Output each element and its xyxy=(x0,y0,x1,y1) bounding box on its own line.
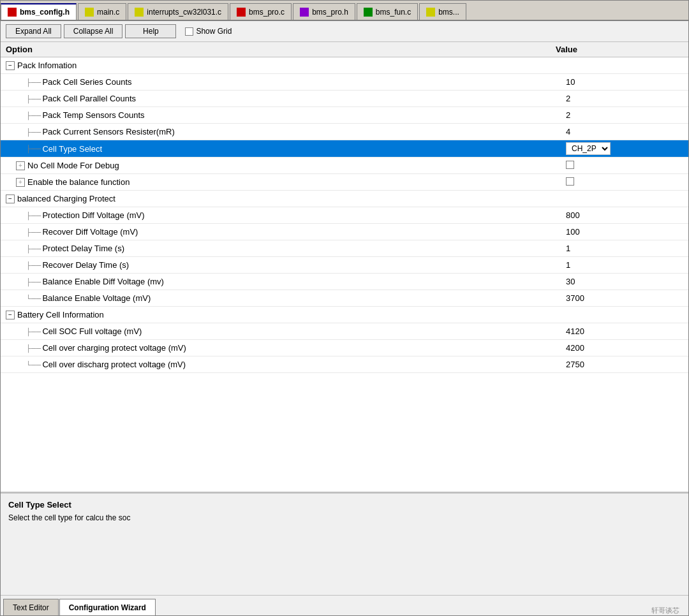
value-pack-temp-sensors: 2 xyxy=(561,108,688,122)
row-cell-over-discharg[interactable]: └── Cell over discharg protect voltage (… xyxy=(1,356,688,373)
row-pack-cell-parallel[interactable]: ├── Pack Cell Parallel Counts 2 xyxy=(1,91,688,107)
bottom-tab-text-editor[interactable]: Text Editor xyxy=(3,599,59,615)
table-header: Option Value xyxy=(1,42,688,57)
option-cell-over-discharg: └── Cell over discharg protect voltage (… xyxy=(1,358,561,371)
option-recover-delay-time: ├── Recover Delay Time (s) xyxy=(1,258,561,272)
label-protect-delay-time: Protect Delay Time (s) xyxy=(42,244,124,253)
tab-bms-extra[interactable]: bms... xyxy=(419,3,466,20)
show-grid-checkbox[interactable] xyxy=(185,27,193,36)
tree-line-over-dis: └── xyxy=(26,361,41,369)
bottom-tab-bar: Text Editor Configuration Wizard 轩哥谈芯 xyxy=(1,595,688,615)
tree-line-rec-delay: ├── xyxy=(26,261,41,269)
label-cell-over-discharg: Cell over discharg protect voltage (mV) xyxy=(42,360,186,369)
option-no-cell-mode: + No Cell Mode For Debug xyxy=(1,159,561,172)
col-header-value: Value xyxy=(556,45,683,54)
tab-icon-bms-pro-h xyxy=(300,8,309,17)
section-battery-cell-info[interactable]: − Battery Cell Information xyxy=(1,307,688,323)
value-pack-current-sensor: 4 xyxy=(561,125,688,138)
option-balance-enable-diff: ├── Balance Enable Diff Voltage (mv) xyxy=(1,275,561,288)
row-enable-balance[interactable]: + Enable the balance function xyxy=(1,174,688,191)
option-cell-soc-full: ├── Cell SOC Full voltage (mV) xyxy=(1,325,561,338)
row-cell-over-charging[interactable]: ├── Cell over charging protect voltage (… xyxy=(1,340,688,356)
value-enable-balance[interactable] xyxy=(561,175,688,189)
label-pack-cell-series: Pack Cell Series Counts xyxy=(42,77,131,87)
col-header-option: Option xyxy=(6,45,556,54)
expand-icon-balanced[interactable]: − xyxy=(6,194,15,203)
description-text: Select the cell type for calcu the soc xyxy=(8,513,681,522)
tab-bms-config[interactable]: bms_config.h xyxy=(1,3,77,20)
tab-label-main-c: main.c xyxy=(97,8,119,17)
label-pack-cell-parallel: Pack Cell Parallel Counts xyxy=(42,94,136,103)
row-cell-type-select[interactable]: ├── Cell Type Select CH_2P CH_1P LFP xyxy=(1,140,688,158)
tab-bms-fun-c[interactable]: bms_fun.c xyxy=(357,3,418,20)
label-cell-soc-full: Cell SOC Full voltage (mV) xyxy=(42,326,142,336)
tree-line-temp: ├── xyxy=(26,112,41,119)
expand-icon-no-cell[interactable]: + xyxy=(16,161,25,170)
tab-label-bms-pro-c: bms_pro.c xyxy=(249,8,285,17)
no-cell-mode-checkbox[interactable] xyxy=(566,161,574,169)
tab-main-c[interactable]: main.c xyxy=(78,3,126,20)
value-no-cell-mode[interactable] xyxy=(561,159,688,173)
row-recover-delay-time[interactable]: ├── Recover Delay Time (s) 1 xyxy=(1,257,688,274)
tab-icon-interrupts xyxy=(135,8,144,17)
tree-line-current: ├── xyxy=(26,128,41,136)
help-button[interactable]: Help xyxy=(125,24,176,38)
row-pack-cell-series[interactable]: ├── Pack Cell Series Counts 10 xyxy=(1,74,688,91)
row-protection-diff-voltage[interactable]: ├── Protection Diff Voltage (mV) 800 xyxy=(1,207,688,224)
label-balance-enable-diff: Balance Enable Diff Voltage (mv) xyxy=(42,277,164,286)
tree-line-bal-diff: ├── xyxy=(26,278,41,286)
expand-icon-pack-info[interactable]: − xyxy=(6,61,15,70)
value-pack-cell-series: 10 xyxy=(561,75,688,89)
row-balance-enable-voltage[interactable]: └── Balance Enable Voltage (mV) 3700 xyxy=(1,290,688,307)
tree-line-rec-diff: ├── xyxy=(26,228,41,236)
row-pack-temp-sensors[interactable]: ├── Pack Temp Sensors Counts 2 xyxy=(1,107,688,124)
cell-type-dropdown[interactable]: CH_2P CH_1P LFP xyxy=(566,142,611,155)
toolbar: Expand All Collapse All Help Show Grid xyxy=(1,21,688,42)
tab-label-bms-fun-c: bms_fun.c xyxy=(376,8,411,17)
watermark-text: 轩哥谈芯 xyxy=(651,606,679,615)
expand-icon-balance[interactable]: + xyxy=(16,178,25,187)
value-cell-soc-full: 4120 xyxy=(561,325,688,338)
row-cell-soc-full[interactable]: ├── Cell SOC Full voltage (mV) 4120 xyxy=(1,323,688,340)
tab-interrupts[interactable]: interrupts_cw32l031.c xyxy=(128,3,228,20)
bottom-tab-config-wizard[interactable]: Configuration Wizard xyxy=(59,599,156,615)
label-balance-enable-voltage: Balance Enable Voltage (mV) xyxy=(42,293,151,303)
label-recover-delay-time: Recover Delay Time (s) xyxy=(42,260,129,270)
row-pack-current-sensor[interactable]: ├── Pack Current Sensors Resister(mR) 4 xyxy=(1,124,688,140)
section-label-pack-information: Pack Infomation xyxy=(17,61,77,70)
expand-icon-battery-cell[interactable]: − xyxy=(6,311,15,319)
section-balanced-charging[interactable]: − balanced Charging Protect xyxy=(1,191,688,207)
label-enable-balance: Enable the balance function xyxy=(27,177,130,187)
expand-all-button[interactable]: Expand All xyxy=(6,24,61,38)
tree-line-prot-diff: ├── xyxy=(26,212,41,219)
tab-bar: bms_config.h main.c interrupts_cw32l031.… xyxy=(1,1,688,21)
enable-balance-checkbox[interactable] xyxy=(566,177,574,186)
row-protect-delay-time[interactable]: ├── Protect Delay Time (s) 1 xyxy=(1,240,688,257)
tab-label-bms-pro-h: bms_pro.h xyxy=(312,8,348,17)
config-table: − Pack Infomation ├── Pack Cell Series C… xyxy=(1,57,688,492)
label-pack-temp-sensors: Pack Temp Sensors Counts xyxy=(42,110,144,120)
tree-line-bal-volt: └── xyxy=(26,295,41,302)
section-pack-information[interactable]: − Pack Infomation xyxy=(1,57,688,74)
label-cell-over-charging: Cell over charging protect voltage (mV) xyxy=(42,343,186,353)
option-pack-temp-sensors: ├── Pack Temp Sensors Counts xyxy=(1,108,561,122)
tab-label-bms-config: bms_config.h xyxy=(20,8,70,17)
collapse-all-button[interactable]: Collapse All xyxy=(64,24,123,38)
value-balance-enable-voltage: 3700 xyxy=(561,291,688,305)
option-pack-cell-series: ├── Pack Cell Series Counts xyxy=(1,75,561,89)
value-cell-type-select[interactable]: CH_2P CH_1P LFP xyxy=(561,140,688,157)
row-recover-diff-voltage[interactable]: ├── Recover Diff Voltage (mV) 100 xyxy=(1,224,688,240)
tree-line-series: ├── xyxy=(26,78,41,86)
show-grid-container: Show Grid xyxy=(185,27,232,36)
row-balance-enable-diff[interactable]: ├── Balance Enable Diff Voltage (mv) 30 xyxy=(1,274,688,290)
label-cell-type-select: Cell Type Select xyxy=(42,144,102,154)
tab-label-interrupts: interrupts_cw32l031.c xyxy=(147,8,221,17)
value-protection-diff-voltage: 800 xyxy=(561,209,688,222)
option-recover-diff-voltage: ├── Recover Diff Voltage (mV) xyxy=(1,225,561,238)
tab-bms-pro-h[interactable]: bms_pro.h xyxy=(293,3,355,20)
tab-icon-bms-extra xyxy=(426,8,435,17)
value-protect-delay-time: 1 xyxy=(561,242,688,255)
section-label-balanced-charging: balanced Charging Protect xyxy=(17,194,115,203)
row-no-cell-mode[interactable]: + No Cell Mode For Debug xyxy=(1,158,688,174)
tab-bms-pro-c[interactable]: bms_pro.c xyxy=(230,3,292,20)
